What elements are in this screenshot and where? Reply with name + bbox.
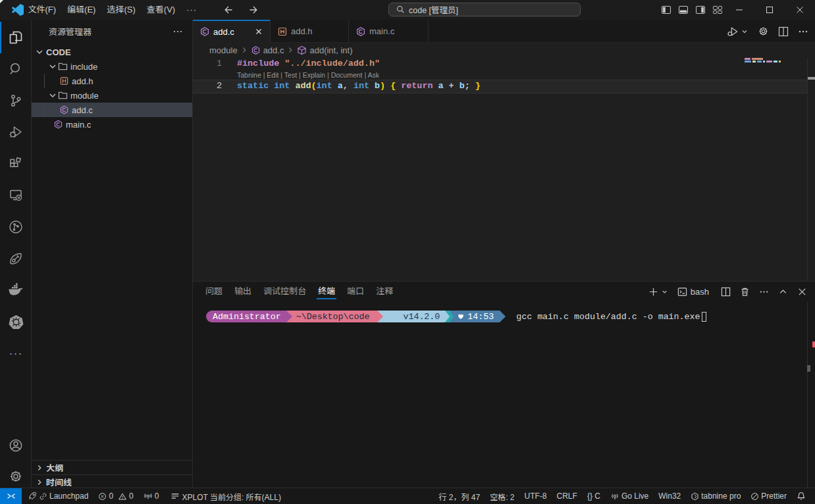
panel-tab-debug-console[interactable]: 调试控制台	[263, 282, 306, 301]
nav-back-icon[interactable]	[223, 5, 234, 15]
powerline-arrow	[286, 311, 292, 322]
code-token	[433, 81, 438, 91]
panel-more-actions-icon[interactable]	[759, 287, 769, 297]
menu-view[interactable]: 查看(V)	[141, 0, 180, 20]
notifications-bell-icon[interactable]	[797, 488, 806, 504]
status-problems[interactable]: 0 0	[98, 488, 133, 504]
status-language-mode[interactable]: {} C	[587, 488, 600, 504]
code-token: {	[390, 81, 396, 91]
menu-more[interactable]: ···	[181, 0, 203, 20]
code-token: static	[237, 81, 269, 91]
code-token	[470, 81, 475, 91]
status-xplot[interactable]: XPLOT 当前分组: 所有(ALL)	[171, 488, 280, 504]
status-prettier[interactable]: Prettier	[750, 488, 787, 504]
code-token: a	[338, 81, 343, 91]
activity-gitlens-icon[interactable]	[0, 211, 32, 243]
activity-explorer-icon[interactable]	[0, 22, 32, 53]
breadcrumb-module[interactable]: module	[209, 45, 238, 55]
accounts-icon[interactable]	[0, 430, 32, 461]
broadcast-icon	[610, 491, 619, 501]
window-maximize-button[interactable]	[754, 0, 785, 20]
code-token	[332, 81, 338, 91]
tree-root-code[interactable]: CODE	[32, 45, 192, 59]
breadcrumb-add-c[interactable]: add.c	[251, 45, 284, 55]
panel-tab-output[interactable]: 输出	[234, 282, 251, 301]
status-launchpad[interactable]: Launchpad	[28, 488, 88, 504]
kill-terminal-trash-icon[interactable]	[740, 287, 750, 297]
tree-folder-include[interactable]: include	[32, 59, 192, 74]
tab-add-c[interactable]: add.c	[193, 20, 271, 43]
status-indentation[interactable]: 空格: 2	[490, 488, 514, 504]
close-panel-icon[interactable]	[797, 287, 807, 297]
code-token: )	[380, 81, 385, 91]
timeline-section[interactable]: 时间线	[32, 474, 192, 489]
explorer-more-actions-icon[interactable]	[172, 26, 183, 37]
remote-indicator[interactable]	[0, 488, 22, 504]
new-terminal-button[interactable]	[648, 287, 668, 297]
maximize-panel-chevron-up-icon[interactable]	[778, 287, 788, 297]
panel-tab-terminal[interactable]: 终端	[318, 282, 335, 301]
split-terminal-icon[interactable]	[721, 287, 731, 297]
code-token: ;	[465, 81, 470, 91]
status-platform[interactable]: Win32	[658, 488, 681, 504]
split-editor-icon[interactable]	[778, 26, 789, 37]
tab-main-c[interactable]: main.c	[349, 20, 429, 43]
menu-bar: 文件(F) 编辑(E) 选择(S) 查看(V) ···	[22, 0, 203, 20]
window-close-button[interactable]	[785, 0, 815, 20]
status-encoding[interactable]: UTF-8	[525, 488, 547, 504]
editor-more-actions-icon[interactable]	[798, 26, 808, 37]
code-token	[385, 81, 390, 91]
code-editor[interactable]: 1 #include "../include/add.h" Tabnine | …	[193, 57, 815, 281]
window-minimize-button[interactable]	[724, 0, 754, 20]
tab-close-icon[interactable]	[254, 27, 263, 36]
tree-file-main-c[interactable]: main.c	[32, 117, 192, 132]
activity-makefile-tools-icon[interactable]	[0, 243, 32, 274]
status-eol[interactable]: CRLF	[557, 488, 577, 504]
panel-scrollbar-thumb[interactable]	[807, 365, 810, 372]
chevron-down-icon	[47, 61, 58, 72]
terminal-content[interactable]: Administrator ~\Desktop\code v14.2.0 14:…	[206, 311, 706, 322]
run-or-debug-icon[interactable]	[726, 25, 749, 38]
toggle-secondary-sidebar-icon[interactable]	[695, 5, 706, 15]
activity-more-icon[interactable]: ···	[0, 338, 32, 369]
menu-file[interactable]: 文件(F)	[22, 0, 62, 20]
panel: 问题 输出 调试控制台 终端 端口 注释 bash	[193, 281, 815, 488]
indent-guide	[44, 103, 45, 117]
code-line-2: 2 static int add(int a, int b) { return …	[193, 80, 815, 93]
activity-remote-explorer-icon[interactable]	[0, 180, 32, 211]
status-label: XPLOT 当前分组: 所有(ALL)	[182, 491, 280, 502]
tree-file-add-c[interactable]: add.c	[32, 103, 192, 117]
terminal-profile-bash[interactable]: bash	[677, 287, 709, 297]
menu-selection[interactable]: 选择(S)	[101, 0, 141, 20]
menu-edit[interactable]: 编辑(E)	[62, 0, 101, 20]
activity-run-debug-icon[interactable]	[0, 116, 32, 148]
panel-tab-comments[interactable]: 注释	[376, 282, 393, 301]
status-ports[interactable]: 0	[144, 488, 159, 504]
outline-section[interactable]: 大纲	[32, 460, 192, 474]
panel-tab-problems[interactable]: 问题	[205, 282, 223, 301]
powerline-arrow	[500, 311, 506, 322]
tabnine-codelens[interactable]: Tabnine | Edit | Test | Explain | Docume…	[237, 70, 379, 80]
c-file-icon	[355, 26, 366, 37]
nav-forward-icon[interactable]	[248, 5, 259, 15]
activity-kubernetes-icon[interactable]	[0, 306, 32, 338]
minimap[interactable]	[745, 58, 782, 63]
status-cursor-position[interactable]: 行 2，列 47	[438, 488, 480, 504]
status-tabnine[interactable]: tabnine pro	[691, 488, 741, 504]
editor-settings-gear-icon[interactable]	[758, 26, 769, 37]
activity-search-icon[interactable]	[0, 53, 32, 85]
customize-layout-icon[interactable]	[712, 5, 723, 15]
activity-extensions-icon[interactable]	[0, 148, 32, 180]
panel-tab-ports[interactable]: 端口	[347, 282, 364, 301]
code-token: (	[311, 81, 317, 91]
tab-add-h[interactable]: add.h	[271, 20, 349, 43]
toggle-panel-icon[interactable]	[678, 5, 689, 15]
toggle-sidebar-icon[interactable]	[661, 5, 671, 15]
command-center-search[interactable]: code [管理员]	[388, 3, 581, 16]
breadcrumb-symbol-add[interactable]: add(int, int)	[297, 45, 352, 55]
tree-folder-module[interactable]: module	[32, 88, 192, 103]
status-go-live[interactable]: Go Live	[610, 488, 648, 504]
activity-source-control-icon[interactable]	[0, 85, 32, 116]
tree-file-add-h[interactable]: add.h	[32, 74, 192, 88]
activity-docker-icon[interactable]	[0, 274, 32, 306]
